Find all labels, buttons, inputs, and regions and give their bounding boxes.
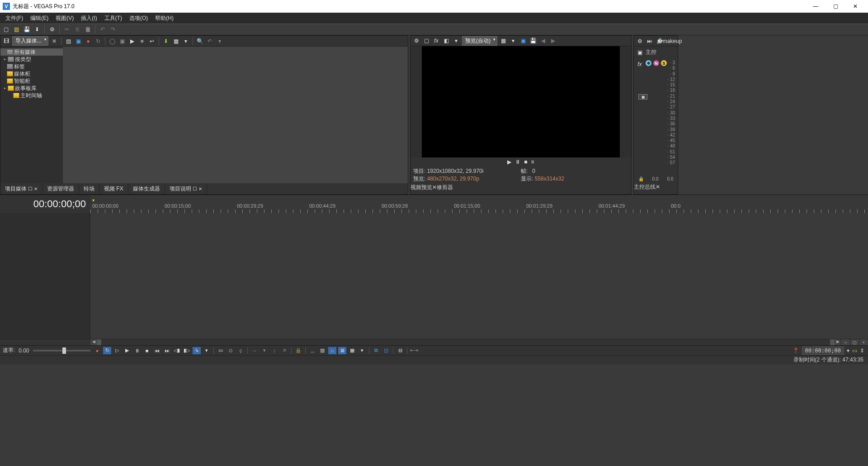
rate-slider[interactable] [33, 350, 90, 352]
properties-icon[interactable]: ⚙ [48, 25, 56, 33]
lock-envelopes-icon[interactable]: ↕ [270, 347, 278, 354]
scroll-grip-left[interactable] [97, 339, 101, 345]
refresh-icon[interactable]: ↻ [94, 37, 102, 45]
scroll-grip-right[interactable] [830, 339, 835, 345]
stop-icon[interactable]: ■ [138, 37, 146, 45]
dropdown-icon[interactable]: ▾ [203, 347, 211, 354]
menu-edit[interactable]: 编辑(E) [27, 13, 52, 24]
redo-icon[interactable]: ↷ [109, 25, 117, 33]
crossfade-icon[interactable]: ⧉ [372, 347, 380, 354]
start-preview-icon[interactable]: ▣ [118, 37, 126, 45]
lock-icon[interactable]: 🔒 [294, 347, 302, 354]
tree-main-timeline[interactable]: 主时间轴 [0, 92, 63, 99]
ignore-event-grouping-icon[interactable]: ⊟ [396, 347, 404, 354]
add-to-timeline-icon[interactable]: ⬇ [162, 37, 170, 45]
media-fx-icon[interactable]: ▣ [74, 37, 82, 45]
menu-icon[interactable]: ≡ [531, 159, 534, 165]
prev-frame-icon[interactable]: ◁▮ [173, 347, 181, 354]
next-frame-icon[interactable]: ▮▷ [183, 347, 191, 354]
lock-icon[interactable]: 🔒 [638, 176, 644, 181]
media-props-icon[interactable]: ▤ [64, 37, 72, 45]
auto-ripple-icon[interactable]: ↔ [250, 347, 259, 354]
pause-icon[interactable]: ⏸ [515, 159, 520, 165]
downmix-icon[interactable]: �makeup [665, 37, 674, 45]
insert-fx-icon[interactable]: ✲ [646, 60, 651, 66]
go-end-icon[interactable]: ⏭ [163, 347, 171, 354]
preview-quality-combo[interactable]: 预览(自动) [462, 36, 497, 46]
playback-rate[interactable]: 速率: 0.00 [0, 347, 90, 354]
stop-preview-icon[interactable]: ◯ [108, 37, 116, 45]
minimize-button[interactable]: — [806, 0, 826, 13]
maximize-timeline-icon[interactable]: ▭ [852, 347, 857, 354]
maximize-button[interactable]: ▢ [826, 0, 845, 13]
project-settings-icon[interactable]: ⚙ [412, 37, 420, 45]
dropdown-icon[interactable]: ▾ [260, 347, 269, 354]
external-monitor-icon[interactable]: ▢ [422, 37, 430, 45]
tree-smart-bins[interactable]: 智能柜 [0, 77, 63, 85]
undo-icon[interactable]: ↶ [99, 25, 107, 33]
track-area[interactable] [90, 213, 868, 339]
dropdown-icon[interactable]: ▾ [847, 347, 849, 354]
close-gaps-icon[interactable]: ⇤⇥ [410, 347, 418, 354]
master-out-icon[interactable]: ▣ [636, 48, 644, 57]
media-icon[interactable]: 🎞 [2, 37, 10, 45]
dropdown-icon[interactable]: ▾ [452, 37, 460, 45]
tab-generators[interactable]: 媒体生成器 [128, 183, 165, 194]
menu-help[interactable]: 帮助(H) [151, 13, 177, 24]
tab-video-preview[interactable]: 视频预览✕ [410, 184, 437, 194]
zoom-square-icon[interactable]: ▢ [850, 339, 859, 345]
dropdown-icon[interactable]: ▾ [358, 347, 366, 354]
menu-insert[interactable]: 插入(I) [77, 13, 100, 24]
mixer-settings-icon[interactable]: ⚙ [636, 37, 644, 45]
go-start-icon[interactable]: ⏮ [153, 347, 161, 354]
zoom-in-icon[interactable]: + [859, 339, 868, 345]
scroll-left-icon[interactable]: ◀ [90, 339, 97, 345]
cursor-timecode[interactable]: 00:00:00;00 [802, 347, 844, 355]
close-tab-icon[interactable]: ✕ [198, 186, 202, 191]
timeline-scrollbar[interactable]: ◀ ▶ – ▢ + [0, 339, 868, 345]
stop-icon[interactable]: ■ [524, 159, 527, 165]
snap-markers-icon[interactable]: ∩ [328, 347, 336, 354]
menu-options[interactable]: 选项(O) [126, 13, 151, 24]
tab-trimmer[interactable]: 修剪器 [437, 184, 453, 194]
tab-videofx[interactable]: 视频 FX [99, 183, 128, 194]
autopreview-icon[interactable]: ↩ [148, 37, 156, 45]
next-icon[interactable]: ▶ [549, 37, 557, 45]
prev-icon[interactable]: ◀ [539, 37, 547, 45]
record-icon[interactable]: ● [93, 347, 101, 354]
save-snapshot-icon[interactable]: 💾 [529, 37, 537, 45]
play-from-start-icon[interactable]: ▷ [113, 347, 121, 354]
copy-snapshot-icon[interactable]: ▣ [519, 37, 527, 45]
views-icon[interactable]: ▦ [172, 37, 180, 45]
open-icon[interactable]: ▥ [12, 25, 20, 33]
save-icon[interactable]: 💾 [23, 25, 31, 33]
quantize-icon[interactable]: ▦ [348, 347, 356, 354]
solo-icon[interactable]: S [661, 60, 667, 66]
dropdown-icon[interactable]: ▾ [509, 37, 517, 45]
cut-icon[interactable]: ✂ [63, 25, 71, 33]
import-media-button[interactable]: 导入媒体... [12, 36, 48, 46]
copy-icon[interactable]: ⎘ [73, 25, 81, 33]
dock-square-icon[interactable] [28, 187, 32, 190]
search-icon[interactable]: 🔍 [196, 37, 204, 45]
close-tab-icon[interactable]: ✕ [432, 184, 437, 190]
split-tool-icon[interactable]: ⎀ [236, 347, 245, 354]
delete-icon[interactable]: ✕ [280, 347, 288, 354]
automation-icon[interactable]: N [653, 60, 659, 66]
tab-explorer[interactable]: 资源管理器 [42, 183, 79, 194]
tab-project-media[interactable]: 项目媒体✕ [0, 183, 42, 194]
tree-by-type[interactable]: ▪按类型 [0, 56, 63, 63]
track-height-icon[interactable]: ⇕ [860, 347, 864, 354]
overlays-icon[interactable]: ▦ [499, 37, 507, 45]
play-icon[interactable]: ▶ [128, 37, 136, 45]
bus-fx-icon[interactable]: fx [636, 60, 644, 68]
timeline-timecode[interactable]: 00:00:00;00 [0, 195, 90, 213]
fader-handle[interactable]: ▮▮ [638, 94, 647, 100]
menu-view[interactable]: 视图(V) [52, 13, 77, 24]
snap-icon[interactable]: ⎵ [308, 347, 316, 354]
play-icon[interactable]: ▶ [123, 347, 131, 354]
pause-icon[interactable]: ⏸ [133, 347, 141, 354]
track-header-area[interactable] [0, 213, 90, 339]
videofx-icon[interactable]: fx [432, 37, 440, 45]
tab-notes[interactable]: 项目说明✕ [165, 183, 207, 194]
